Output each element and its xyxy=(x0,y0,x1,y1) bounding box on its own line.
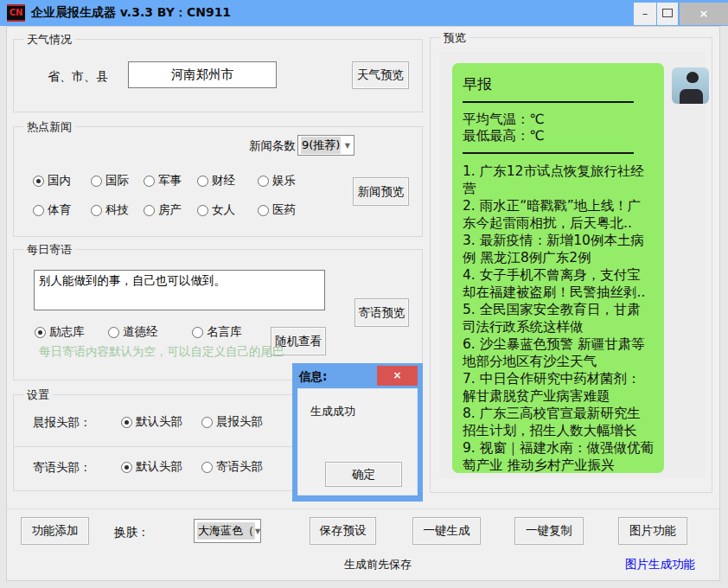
news-count-select[interactable]: 9(推荐) ▼ xyxy=(297,135,354,156)
city-input[interactable]: 河南郑州市 xyxy=(128,61,277,88)
info-dialog: 信息: × 生成成功 确定 xyxy=(292,363,423,502)
news-category-keji[interactable]: 科技 xyxy=(91,202,129,218)
radio-icon xyxy=(144,205,155,216)
message-group-label: 每日寄语 xyxy=(23,242,75,258)
add-function-button[interactable]: 功能添加 xyxy=(21,517,89,545)
dialog-ok-label: 确定 xyxy=(352,467,375,483)
news-line: 4. 女子手机不曾离身，支付宝却在福建被盗刷！民警抽丝剥.. xyxy=(463,266,654,301)
radio-label: 科技 xyxy=(105,202,129,218)
bubble-title: 早报 xyxy=(463,74,654,94)
radio-icon xyxy=(197,205,208,216)
dialog-message: 生成成功 xyxy=(310,404,355,419)
news-category-yule[interactable]: 娱乐 xyxy=(258,173,296,189)
news-category-yiyao[interactable]: 医药 xyxy=(258,202,296,218)
dialog-title: 信息: xyxy=(299,369,327,385)
news-preview-label: 新闻预览 xyxy=(358,184,405,200)
radio-icon xyxy=(33,176,44,187)
message-textarea[interactable]: 别人能做到的事，自己也可以做到。 xyxy=(34,270,325,310)
radio-icon xyxy=(201,417,213,428)
message-header-custom[interactable]: 寄语头部 xyxy=(201,459,263,475)
radio-label: 女人 xyxy=(212,202,235,218)
message-preview-button[interactable]: 寄语预览 xyxy=(354,298,409,327)
weather-preview-button[interactable]: 天气预览 xyxy=(352,61,409,89)
news-category-fangchan[interactable]: 房产 xyxy=(144,202,182,218)
settings-group-label: 设置 xyxy=(23,387,53,403)
image-generate-link[interactable]: 图片生成功能 xyxy=(625,557,695,572)
copy-button[interactable]: 一键复制 xyxy=(514,517,584,545)
radio-label: 寄语头部 xyxy=(216,459,263,475)
news-line: 5. 全民国家安全教育日，甘肃司法行政系统这样做 xyxy=(463,301,654,336)
radio-label: 励志库 xyxy=(49,324,85,340)
radio-icon xyxy=(258,176,269,187)
close-icon: × xyxy=(393,369,401,381)
news-line: 3. 最新疫情：新增10例本土病例 黑龙江8例广东2例 xyxy=(463,232,654,266)
message-header-label: 寄语头部： xyxy=(33,460,92,476)
news-category-caijing[interactable]: 财经 xyxy=(197,173,235,189)
news-line: 9. 视窗｜福建水南：做强做优葡萄产业 推动乡村产业振兴 xyxy=(463,439,654,473)
message-text-value: 别人能做到的事，自己也可以做到。 xyxy=(39,273,226,287)
radio-label: 国内 xyxy=(48,173,71,189)
copy-label: 一键复制 xyxy=(526,523,572,539)
radio-icon xyxy=(121,462,132,473)
generate-button[interactable]: 一键生成 xyxy=(412,517,481,545)
dialog-ok-button[interactable]: 确定 xyxy=(325,462,402,487)
news-preview-button[interactable]: 新闻预览 xyxy=(353,177,409,206)
news-line: 8. 广东三高校官宣最新研究生招生计划，招生人数大幅增长 xyxy=(463,405,654,439)
message-header-default[interactable]: 默认头部 xyxy=(121,459,182,475)
skin-label: 换肤： xyxy=(114,525,150,540)
weather-line: 平均气温：℃ xyxy=(463,112,654,128)
city-field-label: 省、市、县 xyxy=(48,69,108,85)
footer-divider xyxy=(7,508,720,509)
weather-line: 最低最高：℃ xyxy=(463,128,654,144)
radio-icon xyxy=(201,462,213,473)
news-line: 1. 广东12市试点恢复旅行社经营 xyxy=(463,163,654,197)
message-source-lizhiku[interactable]: 励志库 xyxy=(35,324,85,340)
dialog-body: 生成成功 确定 xyxy=(297,388,418,495)
maximize-button[interactable] xyxy=(657,3,678,25)
radio-label: 名言库 xyxy=(207,324,242,340)
skin-select-value: 大海蓝色（ xyxy=(197,522,255,540)
image-function-button[interactable]: 图片功能 xyxy=(618,517,687,545)
radio-label: 娱乐 xyxy=(272,173,296,189)
news-line: 2. 雨水正“暗戳戳”地上线！广东今起雷雨相扰，后天粤北.. xyxy=(463,197,654,232)
morning-header-default[interactable]: 默认头部 xyxy=(121,414,182,430)
radio-icon xyxy=(108,327,119,338)
radio-label: 晨报头部 xyxy=(216,414,263,430)
minimize-button[interactable]: – xyxy=(634,3,656,25)
radio-label: 体育 xyxy=(48,202,71,218)
save-first-note: 生成前先保存 xyxy=(344,557,412,572)
morning-header-custom[interactable]: 晨报头部 xyxy=(201,414,263,430)
add-function-label: 功能添加 xyxy=(32,523,79,539)
radio-icon xyxy=(91,176,102,187)
news-category-nvren[interactable]: 女人 xyxy=(197,202,235,218)
bubble-news-list: 1. 广东12市试点恢复旅行社经营 2. 雨水正“暗戳戳”地上线！广东今起雷雨相… xyxy=(463,163,654,473)
radio-icon xyxy=(121,417,132,428)
bubble-divider xyxy=(463,152,634,154)
radio-label: 道德经 xyxy=(123,324,158,340)
message-source-mingyanku[interactable]: 名言库 xyxy=(192,324,242,340)
weather-preview-label: 天气预览 xyxy=(357,67,404,83)
chevron-down-icon: ▼ xyxy=(255,527,260,535)
bubble-weather: 平均气温：℃ 最低最高：℃ xyxy=(463,112,654,144)
save-preset-button[interactable]: 保存预设 xyxy=(310,517,376,545)
radio-label: 默认头部 xyxy=(136,459,182,475)
news-category-guoji[interactable]: 国际 xyxy=(91,173,129,189)
close-button[interactable]: × xyxy=(680,3,728,25)
save-preset-label: 保存预设 xyxy=(320,523,367,539)
news-category-tiyu[interactable]: 体育 xyxy=(33,202,71,218)
message-hint: 每日寄语内容默认为空，可以自定义自己的尾巴 xyxy=(39,344,284,360)
news-line: 6. 沙尘暴蓝色预警 新疆甘肃等地部分地区有沙尘天气 xyxy=(463,336,654,370)
message-source-daodejing[interactable]: 道德经 xyxy=(108,324,158,340)
radio-icon xyxy=(192,327,203,338)
radio-label: 国际 xyxy=(105,173,129,189)
skin-select[interactable]: 大海蓝色（ ▼ xyxy=(194,519,261,543)
news-category-junshi[interactable]: 军事 xyxy=(144,173,182,189)
minimize-icon: – xyxy=(642,7,648,20)
dialog-close-button[interactable]: × xyxy=(377,366,418,386)
news-category-guonei[interactable]: 国内 xyxy=(33,173,71,189)
morning-header-label: 晨报头部： xyxy=(33,415,92,431)
chevron-down-icon: ▼ xyxy=(345,142,350,150)
radio-label: 军事 xyxy=(158,173,182,189)
bubble-divider xyxy=(463,101,634,103)
news-count-value: 9(推荐) xyxy=(301,137,341,154)
